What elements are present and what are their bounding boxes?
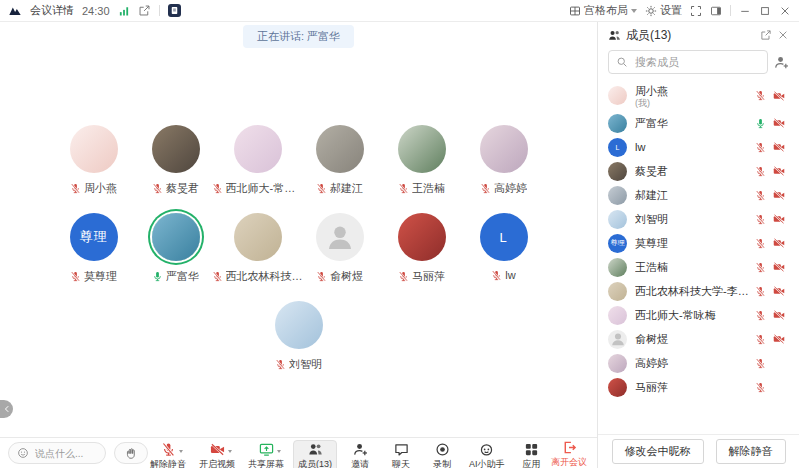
quick-message-input[interactable] [33,447,97,460]
share-meeting-icon[interactable] [138,4,151,17]
titlebar: 会议详情 24:30 宫格布局 设置 [0,0,799,22]
toolbar-button-chat[interactable]: 聊天 [383,440,419,468]
avatar [608,114,627,133]
fullscreen-button[interactable] [690,5,702,17]
toolbar-button-apps[interactable]: 应用 [514,440,550,468]
avatar [152,125,200,173]
member-name: 莫尊理 [635,236,749,251]
layout-button[interactable]: 宫格布局 [569,3,637,18]
members-panel-footer: 修改会中昵称 解除静音 [598,434,799,468]
avatar [316,125,364,173]
member-name: 俞树煜 [635,332,749,347]
toolbar-button-ai-assistant[interactable]: AI小助手 [465,440,509,468]
participant-name: 俞树煜 [330,269,363,284]
avatar [398,213,446,261]
meeting-timer: 24:30 [82,5,110,17]
members-panel: 成员(13) 周小燕 (我) 严富华 L [597,22,799,468]
member-row[interactable]: 西北师大-常咏梅 [598,303,799,327]
member-row[interactable]: L lw [598,135,799,159]
member-row[interactable]: 马丽萍 [598,375,799,399]
participant-tile-西北农林科技大学-...[interactable]: 西北农林科技大学-... [217,210,299,284]
participant-tile-刘智明[interactable]: 刘智明 [258,298,340,372]
member-row[interactable]: 郝建江 [598,183,799,207]
leave-meeting-button[interactable]: 离开会议 [551,440,587,468]
participant-tile-lw[interactable]: L lw [463,210,545,284]
side-panel-toggle-button[interactable] [710,5,722,17]
participant-name: lw [505,269,515,281]
avatar [608,306,627,325]
mic-status-icon [749,238,771,249]
member-name: 马丽萍 [635,380,749,395]
mic-status-icon [152,183,163,194]
avatar [70,125,118,173]
unmute-button[interactable]: 解除静音 [716,439,786,464]
settings-button[interactable]: 设置 [645,3,682,18]
camera-status-icon [771,141,787,153]
divider [730,5,731,16]
participant-tile-俞树煜[interactable]: 俞树煜 [299,210,381,284]
close-panel-icon[interactable] [777,29,789,41]
close-button[interactable] [779,5,791,17]
member-row[interactable]: 俞树煜 [598,327,799,351]
minimize-button[interactable] [739,5,751,17]
member-row[interactable]: 刘智明 [598,207,799,231]
participant-tile-周小燕[interactable]: 周小燕 [53,122,135,196]
participant-tile-严富华[interactable]: 严富华 [135,210,217,284]
member-search-input[interactable] [633,55,760,69]
members-panel-title: 成员(13) [626,27,671,44]
mic-status-icon [398,183,409,194]
camera-status-icon [771,237,787,249]
toolbar-buttons: 解除静音 开启视频 共享屏幕 成员(13) 邀请 聊天 录制 AI小助手 应用 [146,440,550,468]
member-sub-label: (我) [635,99,749,108]
participant-name: 西北师大-常咏梅 [226,181,304,196]
participant-name: 高婷婷 [494,181,527,196]
member-list: 周小燕 (我) 严富华 L lw 蔡旻君 郝 [598,80,799,432]
avatar: L [608,138,627,157]
participant-tile-马丽萍[interactable]: 马丽萍 [381,210,463,284]
member-row[interactable]: 严富华 [598,111,799,135]
member-name: 蔡旻君 [635,164,749,179]
mic-status-icon [749,118,771,129]
divider [159,5,160,16]
avatar: L [480,213,528,261]
participant-tile-郝建江[interactable]: 郝建江 [299,122,381,196]
avatar [316,213,364,261]
toolbar-button-people[interactable]: 成员(13) [293,440,337,468]
collapse-panel-button[interactable] [0,400,13,418]
toolbar-button-mic-off[interactable]: 解除静音 [146,440,190,468]
search-icon [616,56,628,68]
toolbar-button-cam-off[interactable]: 开启视频 [195,440,239,468]
mic-status-icon [749,90,771,101]
toolbar-button-record[interactable]: 录制 [424,440,460,468]
member-row[interactable]: 西北农林科技大学-李创匡 [598,279,799,303]
meeting-doc-icon[interactable] [168,4,181,17]
participant-tile-高婷婷[interactable]: 高婷婷 [463,122,545,196]
reaction-button[interactable] [114,442,148,464]
participant-name: 西北农林科技大学-... [226,269,304,284]
member-row[interactable]: 高婷婷 [598,351,799,375]
maximize-button[interactable] [759,5,771,17]
meeting-details-button[interactable]: 会议详情 [30,3,74,18]
member-row[interactable]: 蔡旻君 [598,159,799,183]
mic-status-icon [749,142,771,153]
participant-tile-王浩楠[interactable]: 王浩楠 [381,122,463,196]
quick-message-input-wrap[interactable] [8,442,106,464]
participant-tile-蔡旻君[interactable]: 蔡旻君 [135,122,217,196]
video-stage: 正在讲话: 严富华 周小燕 蔡旻君 西北师大-常咏梅 郝建江 [0,22,597,437]
participant-tile-西北师大-常咏梅[interactable]: 西北师大-常咏梅 [217,122,299,196]
participant-tile-莫尊理[interactable]: 尊理 莫尊理 [53,210,135,284]
mic-status-icon [480,183,491,194]
member-row[interactable]: 尊理 莫尊理 [598,231,799,255]
member-search-box[interactable] [608,50,768,74]
popout-panel-icon[interactable] [760,29,772,41]
toolbar-button-screen-share[interactable]: 共享屏幕 [244,440,288,468]
avatar: 尊理 [608,234,627,253]
toolbar-button-person-add[interactable]: 邀请 [342,440,378,468]
add-member-icon[interactable] [774,55,789,70]
rename-button[interactable]: 修改会中昵称 [612,439,704,464]
leave-icon [562,440,577,455]
mic-status-icon [749,166,771,177]
member-row[interactable]: 周小燕 (我) [598,80,799,111]
member-row[interactable]: 王浩楠 [598,255,799,279]
camera-status-icon [771,90,787,102]
